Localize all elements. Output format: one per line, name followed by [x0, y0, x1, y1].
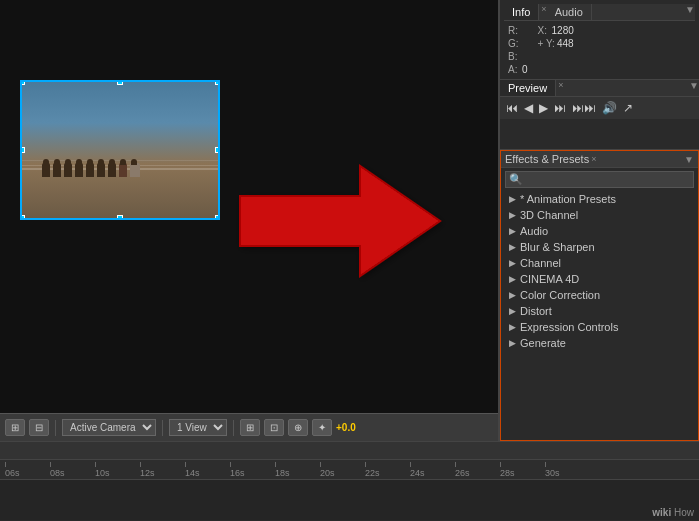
info-row-r: R: [508, 25, 528, 36]
r-label: R: [508, 25, 520, 36]
btn-first-frame[interactable]: ⏮ [504, 100, 520, 116]
effect-distort[interactable]: ▶ Distort [501, 303, 698, 319]
handle-bl[interactable] [20, 215, 25, 220]
effect-channel[interactable]: ▶ Channel [501, 255, 698, 271]
handle-bm[interactable] [117, 215, 123, 220]
effect-animation-presets[interactable]: ▶ * Animation Presets [501, 191, 698, 207]
search-input[interactable] [526, 174, 690, 185]
comp-content [0, 0, 498, 441]
arrow-icon-6: ▶ [509, 274, 516, 284]
effect-3d-channel[interactable]: ▶ 3D Channel [501, 207, 698, 223]
mark-10s: 10s [95, 462, 140, 478]
arrow-icon-1: ▶ [509, 194, 516, 204]
mark-26s: 26s [455, 462, 500, 478]
effect-expression-controls[interactable]: ▶ Expression Controls [501, 319, 698, 335]
tab-effects-close[interactable]: × [591, 154, 596, 164]
btn-prev-frame[interactable]: ◀ [522, 100, 535, 116]
btn-audio[interactable]: 🔊 [600, 100, 619, 116]
info-panel: Info × Audio ▼ R: G: [500, 0, 699, 80]
mark-18s: 18s [275, 462, 320, 478]
effect-label-4: Blur & Sharpen [520, 241, 595, 253]
mark-16s: 16s [230, 462, 275, 478]
mark-30s: 30s [545, 462, 590, 478]
effect-blur-sharpen[interactable]: ▶ Blur & Sharpen [501, 239, 698, 255]
tab-info[interactable]: Info [504, 4, 539, 20]
tab-preview[interactable]: Preview [500, 80, 556, 96]
tab-preview-close[interactable]: × [558, 80, 563, 96]
camera-dropdown[interactable]: Active Camera [62, 419, 156, 436]
preview-toolbar: ⏮ ◀ ▶ ⏭ ⏭⏭ 🔊 ↗ [500, 97, 699, 119]
arrow-icon-7: ▶ [509, 290, 516, 300]
info-row-x: X: 1280 [538, 25, 574, 36]
arrow-icon-8: ▶ [509, 306, 516, 316]
timeline-area: 06s 08s 10s 12s 14s 16s 18s 20s 22s 24s … [0, 441, 699, 521]
separator-1 [55, 420, 56, 436]
info-row-a: A: 0 [508, 64, 528, 75]
arrow-icon-4: ▶ [509, 242, 516, 252]
mark-28s: 28s [500, 462, 545, 478]
a-value: 0 [522, 64, 528, 75]
handle-br[interactable] [215, 215, 220, 220]
toolbar-icon-4[interactable]: ⊡ [264, 419, 284, 436]
timeline-ruler: 06s 08s 10s 12s 14s 16s 18s 20s 22s 24s … [0, 460, 699, 480]
video-frame[interactable] [20, 80, 220, 220]
comp-panel: ⊞ ⊟ Active Camera 1 View ⊞ ⊡ ⊕ ✦ +0.0 [0, 0, 499, 441]
effects-panel-options[interactable]: ▼ [684, 154, 694, 165]
view-dropdown[interactable]: 1 View [169, 419, 227, 436]
red-arrow [230, 151, 450, 291]
handle-rm[interactable] [215, 147, 220, 153]
btn-ram-preview[interactable]: ↗ [621, 100, 635, 116]
separator-2 [162, 420, 163, 436]
x-label: X: [538, 25, 550, 36]
horse-8 [119, 163, 127, 177]
effect-label-3: Audio [520, 225, 548, 237]
handle-tr[interactable] [215, 80, 220, 85]
effects-header: Effects & Presets × ▼ [501, 151, 698, 168]
y-value: 448 [557, 38, 574, 49]
btn-last-frame[interactable]: ⏭⏭ [570, 100, 598, 116]
preview-panel-options[interactable]: ▼ [689, 80, 699, 96]
info-row-g: G: [508, 38, 528, 49]
handle-tm[interactable] [117, 80, 123, 85]
effect-label-6: CINEMA 4D [520, 273, 579, 285]
handle-tl[interactable] [20, 80, 25, 85]
b-label: B: [508, 51, 520, 62]
effect-label-1: * Animation Presets [520, 193, 616, 205]
toolbar-icon-1[interactable]: ⊞ [5, 419, 25, 436]
mark-24s: 24s [410, 462, 455, 478]
info-row-y: + Y: 448 [538, 38, 574, 49]
effect-cinema-4d[interactable]: ▶ CINEMA 4D [501, 271, 698, 287]
y-label: + Y: [538, 38, 555, 49]
video-frame-inner [22, 82, 218, 218]
info-panel-options[interactable]: ▼ [685, 4, 695, 20]
g-label: G: [508, 38, 520, 49]
mark-08s: 08s [50, 462, 95, 478]
btn-next-frame[interactable]: ⏭ [552, 100, 568, 116]
arrow-icon-5: ▶ [509, 258, 516, 268]
info-col-left: R: G: B: A: 0 [508, 25, 528, 75]
horses-group [42, 163, 140, 177]
toolbar-icon-5[interactable]: ⊕ [288, 419, 308, 436]
tab-audio[interactable]: Audio [547, 4, 592, 20]
x-value: 1280 [552, 25, 574, 36]
comp-toolbar: ⊞ ⊟ Active Camera 1 View ⊞ ⊡ ⊕ ✦ +0.0 [0, 413, 498, 441]
arrow-icon-9: ▶ [509, 322, 516, 332]
how-text: How [674, 507, 694, 518]
effect-color-correction[interactable]: ▶ Color Correction [501, 287, 698, 303]
handle-lm[interactable] [20, 147, 25, 153]
horse-7 [108, 163, 116, 177]
effect-generate[interactable]: ▶ Generate [501, 335, 698, 351]
btn-play[interactable]: ▶ [537, 100, 550, 116]
mark-14s: 14s [185, 462, 230, 478]
toolbar-icon-2[interactable]: ⊟ [29, 419, 49, 436]
effects-search-bar[interactable]: 🔍 [505, 171, 694, 188]
toolbar-icon-3[interactable]: ⊞ [240, 419, 260, 436]
info-row-b: B: [508, 51, 528, 62]
separator-3 [233, 420, 234, 436]
mark-06s: 06s [5, 462, 50, 478]
preview-panel-tabs: Preview × ▼ [500, 80, 699, 97]
effect-audio[interactable]: ▶ Audio [501, 223, 698, 239]
toolbar-icon-6[interactable]: ✦ [312, 419, 332, 436]
horse-5 [86, 163, 94, 177]
svg-marker-0 [240, 166, 440, 276]
